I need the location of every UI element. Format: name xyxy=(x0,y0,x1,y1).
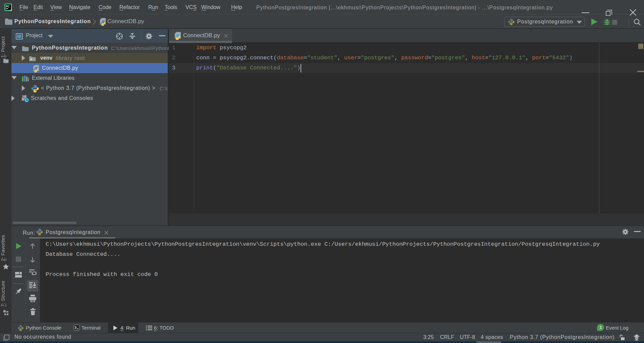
svg-text:PC: PC xyxy=(6,5,9,8)
